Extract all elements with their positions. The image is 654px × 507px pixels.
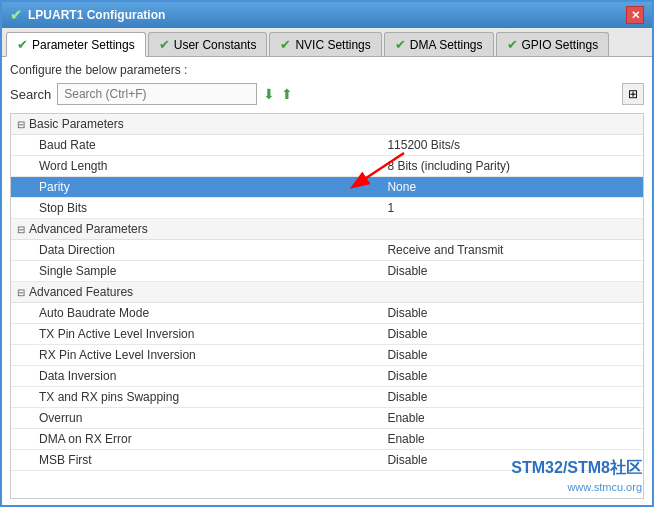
param-name: TX Pin Active Level Inversion: [11, 324, 381, 345]
table-row[interactable]: OverrunEnable: [11, 408, 643, 429]
param-name: TX and RX pins Swapping: [11, 387, 381, 408]
param-value: Disable: [381, 345, 643, 366]
table-row[interactable]: MSB FirstDisable: [11, 450, 643, 471]
arrow-up-icon[interactable]: ⬆: [281, 86, 293, 102]
param-value: Disable: [381, 261, 643, 282]
tab-parameter-settings[interactable]: ✔ Parameter Settings: [6, 32, 146, 57]
param-name: Single Sample: [11, 261, 381, 282]
tab-label-1: User Constants: [174, 38, 257, 52]
param-name: MSB First: [11, 450, 381, 471]
tab-check-icon: ✔: [17, 37, 28, 52]
section-row[interactable]: ⊟Basic Parameters: [11, 114, 643, 135]
table-row[interactable]: ParityNone: [11, 177, 643, 198]
param-name: Overrun: [11, 408, 381, 429]
tab-check-icon: ✔: [159, 37, 170, 52]
tab-user-constants[interactable]: ✔ User Constants: [148, 32, 268, 56]
param-value: None: [381, 177, 643, 198]
tab-label-2: NVIC Settings: [295, 38, 370, 52]
param-value: Disable: [381, 450, 643, 471]
tabs-bar: ✔ Parameter Settings ✔ User Constants ✔ …: [2, 28, 652, 57]
table-row[interactable]: TX and RX pins SwappingDisable: [11, 387, 643, 408]
param-name: Baud Rate: [11, 135, 381, 156]
param-value: 8 Bits (including Parity): [381, 156, 643, 177]
tab-check-icon: ✔: [395, 37, 406, 52]
param-value: Enable: [381, 429, 643, 450]
param-value: Disable: [381, 303, 643, 324]
search-input[interactable]: [57, 83, 257, 105]
main-window: ✔ LPUART1 Configuration ✕ ✔ Parameter Se…: [0, 0, 654, 507]
param-value: Enable: [381, 408, 643, 429]
param-value: 115200 Bits/s: [381, 135, 643, 156]
title-bar: ✔ LPUART1 Configuration ✕: [2, 2, 652, 28]
table-row[interactable]: RX Pin Active Level InversionDisable: [11, 345, 643, 366]
close-button[interactable]: ✕: [626, 6, 644, 24]
tab-label-3: DMA Settings: [410, 38, 483, 52]
section-row[interactable]: ⊟Advanced Features: [11, 282, 643, 303]
tab-label-4: GPIO Settings: [522, 38, 599, 52]
table-row[interactable]: Data DirectionReceive and Transmit: [11, 240, 643, 261]
table-row[interactable]: Data InversionDisable: [11, 366, 643, 387]
table-row[interactable]: Auto Baudrate ModeDisable: [11, 303, 643, 324]
table-row[interactable]: TX Pin Active Level InversionDisable: [11, 324, 643, 345]
title-icon: ✔: [10, 7, 22, 23]
table-row[interactable]: DMA on RX ErrorEnable: [11, 429, 643, 450]
param-name: DMA on RX Error: [11, 429, 381, 450]
tab-nvic-settings[interactable]: ✔ NVIC Settings: [269, 32, 381, 56]
param-name: Stop Bits: [11, 198, 381, 219]
params-table: ⊟Basic ParametersBaud Rate115200 Bits/sW…: [10, 113, 644, 499]
expand-icon: ⊟: [17, 224, 25, 235]
section-row[interactable]: ⊟Advanced Parameters: [11, 219, 643, 240]
grid-view-icon[interactable]: ⊞: [622, 83, 644, 105]
tab-dma-settings[interactable]: ✔ DMA Settings: [384, 32, 494, 56]
expand-icon: ⊟: [17, 287, 25, 298]
content-area: Configure the below parameters : Search …: [2, 57, 652, 505]
param-name: Data Inversion: [11, 366, 381, 387]
table-row[interactable]: Baud Rate115200 Bits/s: [11, 135, 643, 156]
param-value: Receive and Transmit: [381, 240, 643, 261]
search-bar: Search ⬇ ⬆ ⊞: [10, 83, 644, 105]
window-title: LPUART1 Configuration: [28, 8, 165, 22]
param-name: Auto Baudrate Mode: [11, 303, 381, 324]
configure-label: Configure the below parameters :: [10, 63, 644, 77]
tab-check-icon: ✔: [507, 37, 518, 52]
param-name: Parity: [11, 177, 381, 198]
table-row[interactable]: Word Length8 Bits (including Parity): [11, 156, 643, 177]
table-row[interactable]: Single SampleDisable: [11, 261, 643, 282]
tab-label-0: Parameter Settings: [32, 38, 135, 52]
param-value: Disable: [381, 366, 643, 387]
tab-check-icon: ✔: [280, 37, 291, 52]
arrow-down-icon[interactable]: ⬇: [263, 86, 275, 102]
param-name: Data Direction: [11, 240, 381, 261]
table-row[interactable]: Stop Bits1: [11, 198, 643, 219]
param-value: Disable: [381, 324, 643, 345]
expand-icon: ⊟: [17, 119, 25, 130]
search-label: Search: [10, 87, 51, 102]
param-name: Word Length: [11, 156, 381, 177]
param-value: 1: [381, 198, 643, 219]
param-value: Disable: [381, 387, 643, 408]
tab-gpio-settings[interactable]: ✔ GPIO Settings: [496, 32, 610, 56]
param-name: RX Pin Active Level Inversion: [11, 345, 381, 366]
